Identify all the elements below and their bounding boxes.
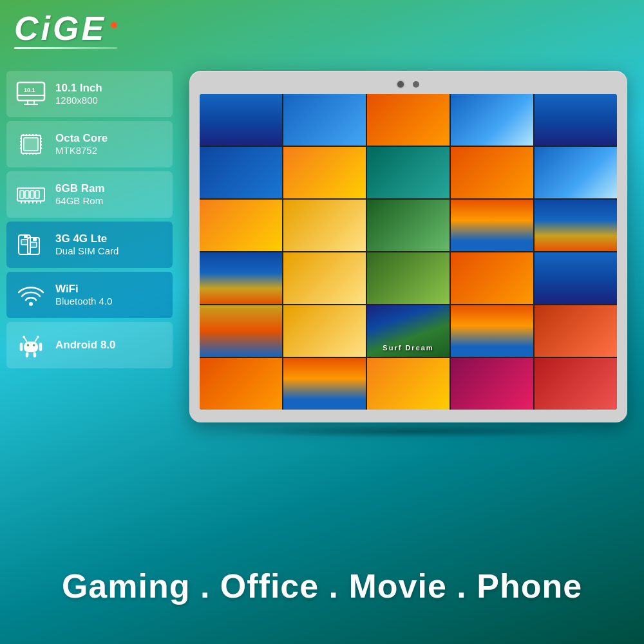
photo-cell xyxy=(200,305,282,357)
photo-cell xyxy=(283,252,366,304)
surf-dream-text: Surf Dream xyxy=(383,344,433,352)
tablet-wrapper: Surf Dream xyxy=(179,71,638,438)
svg-point-45 xyxy=(27,344,30,346)
photo-cell xyxy=(283,305,366,357)
svg-point-43 xyxy=(29,302,33,306)
logo-underline xyxy=(14,47,117,49)
spec-processor-main: Octa Core xyxy=(55,132,108,145)
photo-cell xyxy=(283,147,366,198)
svg-rect-52 xyxy=(39,343,43,351)
spec-connectivity-text: WiFi Bluetooth 4.0 xyxy=(55,283,112,307)
spec-os-main: Android 8.0 xyxy=(55,339,116,352)
brand-logo: CiGE xyxy=(14,12,117,45)
cpu-icon xyxy=(14,128,48,161)
svg-rect-7 xyxy=(24,138,38,151)
photo-cell xyxy=(535,252,617,304)
photo-cell xyxy=(367,200,450,251)
svg-rect-54 xyxy=(33,352,37,357)
spec-memory-sub: 64GB Rom xyxy=(55,195,105,207)
spec-display: 10.1 10.1 Inch 1280x800 xyxy=(6,71,173,117)
logo-dot xyxy=(111,22,117,28)
photo-cell xyxy=(535,200,617,251)
svg-rect-39 xyxy=(24,236,28,238)
svg-point-48 xyxy=(23,336,25,338)
svg-rect-29 xyxy=(30,191,34,198)
svg-rect-53 xyxy=(26,352,29,357)
svg-rect-41 xyxy=(30,242,37,247)
spec-connectivity: WiFi Bluetooth 4.0 xyxy=(6,272,173,318)
svg-text:10.1: 10.1 xyxy=(24,87,35,93)
spec-connectivity-sub: Bluetooth 4.0 xyxy=(55,296,112,307)
monitor-icon: 10.1 xyxy=(14,77,48,111)
photo-cell xyxy=(200,252,282,304)
photo-cell xyxy=(535,147,617,198)
spec-memory-main: 6GB Ram xyxy=(55,182,105,195)
spec-sim-sub: Dual SIM Card xyxy=(55,245,118,257)
spec-sim-main: 3G 4G Lte xyxy=(55,232,118,245)
wifi-icon xyxy=(14,278,48,312)
tablet-shadow xyxy=(222,425,595,438)
svg-point-50 xyxy=(37,336,39,338)
svg-rect-38 xyxy=(21,240,28,245)
svg-rect-42 xyxy=(33,238,37,241)
tablet-speaker xyxy=(413,81,419,88)
photo-cell xyxy=(451,94,533,146)
photo-cell xyxy=(283,358,366,410)
photo-cell xyxy=(367,358,450,410)
specs-panel: 10.1 10.1 Inch 1280x800 xyxy=(6,71,173,368)
photo-cell xyxy=(283,200,366,251)
photo-cell xyxy=(535,358,617,410)
spec-connectivity-main: WiFi xyxy=(55,283,112,296)
spec-processor-sub: MTK8752 xyxy=(55,145,108,156)
android-icon xyxy=(14,328,48,362)
spec-processor-text: Octa Core MTK8752 xyxy=(55,132,108,156)
surf-dream-cell: Surf Dream xyxy=(367,305,450,357)
photo-cell xyxy=(367,147,450,198)
photo-cell xyxy=(200,200,282,251)
photo-cell xyxy=(451,200,533,251)
svg-rect-44 xyxy=(24,342,38,352)
spec-display-text: 10.1 Inch 1280x800 xyxy=(55,82,102,106)
spec-sim: 3G 4G Lte Dual SIM Card xyxy=(6,222,173,268)
photo-cell xyxy=(367,252,450,304)
photo-cell xyxy=(535,94,617,146)
brand-name: CiGE xyxy=(14,10,106,47)
spec-processor: Octa Core MTK8752 xyxy=(6,121,173,167)
tagline-text: Gaming . Office . Movie . Phone xyxy=(0,567,644,605)
tagline-area: Gaming . Office . Movie . Phone xyxy=(0,567,644,605)
svg-rect-28 xyxy=(25,191,29,198)
sim-icon xyxy=(14,228,48,261)
photo-cell xyxy=(200,147,282,198)
tablet-screen: Surf Dream xyxy=(200,94,617,410)
photo-grid: Surf Dream xyxy=(200,94,617,410)
svg-rect-30 xyxy=(35,191,39,198)
photo-cell xyxy=(283,94,366,146)
photo-cell xyxy=(200,94,282,146)
spec-display-main: 10.1 Inch xyxy=(55,82,102,95)
main-content: 10.1 10.1 Inch 1280x800 xyxy=(6,71,638,438)
tablet-device: Surf Dream xyxy=(189,71,627,422)
svg-point-46 xyxy=(33,344,35,346)
spec-memory: 6GB Ram 64GB Rom xyxy=(6,171,173,218)
spec-memory-text: 6GB Ram 64GB Rom xyxy=(55,182,105,207)
spec-sim-text: 3G 4G Lte Dual SIM Card xyxy=(55,232,118,257)
spec-os-text: Android 8.0 xyxy=(55,339,116,352)
svg-rect-27 xyxy=(20,191,24,198)
photo-cell xyxy=(367,94,450,146)
spec-display-sub: 1280x800 xyxy=(55,95,102,106)
spec-os: Android 8.0 xyxy=(6,322,173,368)
ram-icon xyxy=(14,178,48,211)
tablet-top-bar xyxy=(200,81,617,88)
svg-rect-51 xyxy=(20,343,23,351)
tablet-camera xyxy=(397,81,404,88)
photo-cell xyxy=(451,305,533,357)
photo-cell xyxy=(451,147,533,198)
photo-cell xyxy=(535,305,617,357)
photo-cell xyxy=(200,358,282,410)
photo-cell xyxy=(451,252,533,304)
page-wrapper: CiGE 10.1 xyxy=(0,0,644,644)
photo-cell xyxy=(451,358,533,410)
